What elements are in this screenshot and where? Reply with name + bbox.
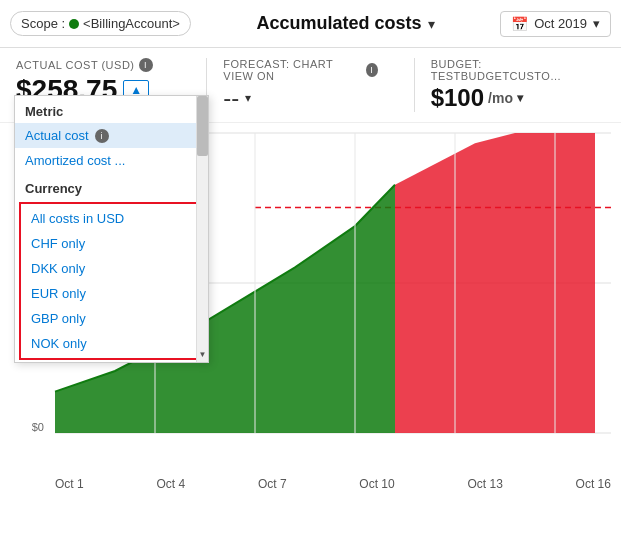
x-label-oct13: Oct 13: [467, 477, 502, 491]
currency-border: All costs in USD CHF only DKK only EUR o…: [19, 202, 204, 360]
actual-cost-item-label: Actual cost: [25, 128, 89, 143]
dropdown-scrollbar[interactable]: ▲ ▼: [196, 96, 208, 362]
red-area: [395, 133, 595, 433]
dkk-label: DKK only: [31, 261, 85, 276]
budget-label: BUDGET: TESTBUDGETCUSTO...: [431, 58, 585, 82]
y-label-0: $0: [32, 421, 44, 433]
actual-cost-label: ACTUAL COST (USD) i: [16, 58, 170, 72]
dropdown-item-gbp[interactable]: GBP only: [21, 306, 202, 331]
all-usd-label: All costs in USD: [31, 211, 124, 226]
scope-button[interactable]: Scope : <BillingAccount>: [10, 11, 191, 36]
scrollbar-thumb[interactable]: [197, 96, 208, 156]
nok-label: NOK only: [31, 336, 87, 351]
date-chevron-icon: ▾: [593, 16, 600, 31]
chf-label: CHF only: [31, 236, 85, 251]
actual-cost-info-icon[interactable]: i: [139, 58, 153, 72]
budget-unit: /mo: [488, 90, 513, 106]
scrollbar-down-icon[interactable]: ▼: [197, 348, 208, 362]
dropdown-item-all-usd[interactable]: All costs in USD: [21, 206, 202, 231]
x-label-oct16: Oct 16: [576, 477, 611, 491]
actual-cost-dropdown-info-icon[interactable]: i: [95, 129, 109, 143]
x-label-oct7: Oct 7: [258, 477, 287, 491]
forecast-value: -- ▾: [223, 84, 377, 112]
dropdown-overlay: ▲ ▼ Metric Actual cost i Amortized cost …: [14, 95, 209, 363]
x-axis: Oct 1 Oct 4 Oct 7 Oct 10 Oct 13 Oct 16: [0, 473, 621, 491]
scope-dot: [69, 19, 79, 29]
x-label-oct4: Oct 4: [156, 477, 185, 491]
date-button[interactable]: 📅 Oct 2019 ▾: [500, 11, 611, 37]
top-bar: Scope : <BillingAccount> Accumulated cos…: [0, 0, 621, 48]
forecast-block: FORECAST: CHART VIEW ON i -- ▾: [223, 58, 397, 112]
dropdown-item-dkk[interactable]: DKK only: [21, 256, 202, 281]
currency-items: All costs in USD CHF only DKK only EUR o…: [21, 204, 202, 358]
forecast-label: FORECAST: CHART VIEW ON i: [223, 58, 377, 82]
forecast-info-icon[interactable]: i: [366, 63, 378, 77]
calendar-icon: 📅: [511, 16, 528, 32]
budget-value: $100 /mo ▾: [431, 84, 585, 112]
scope-label: Scope :: [21, 16, 65, 31]
dropdown-item-eur[interactable]: EUR only: [21, 281, 202, 306]
dropdown-item-chf[interactable]: CHF only: [21, 231, 202, 256]
title-area: Accumulated costs ▾: [191, 13, 500, 34]
budget-chevron-icon[interactable]: ▾: [517, 91, 523, 105]
date-label: Oct 2019: [534, 16, 587, 31]
metric-section-label: Metric: [15, 96, 208, 123]
divider-2: [414, 58, 415, 112]
dropdown-item-nok[interactable]: NOK only: [21, 331, 202, 356]
gbp-label: GBP only: [31, 311, 86, 326]
dropdown-item-amortized-cost[interactable]: Amortized cost ...: [15, 148, 208, 173]
scope-value: <BillingAccount>: [83, 16, 180, 31]
currency-section-label: Currency: [15, 173, 208, 200]
amortized-cost-item-label: Amortized cost ...: [25, 153, 125, 168]
x-label-oct1: Oct 1: [55, 477, 84, 491]
x-label-oct10: Oct 10: [359, 477, 394, 491]
budget-block: BUDGET: TESTBUDGETCUSTO... $100 /mo ▾: [431, 58, 605, 112]
dropdown-item-actual-cost[interactable]: Actual cost i: [15, 123, 208, 148]
page-title: Accumulated costs: [257, 13, 422, 34]
eur-label: EUR only: [31, 286, 86, 301]
forecast-chevron-icon[interactable]: ▾: [245, 91, 251, 105]
title-chevron-icon[interactable]: ▾: [428, 16, 435, 32]
